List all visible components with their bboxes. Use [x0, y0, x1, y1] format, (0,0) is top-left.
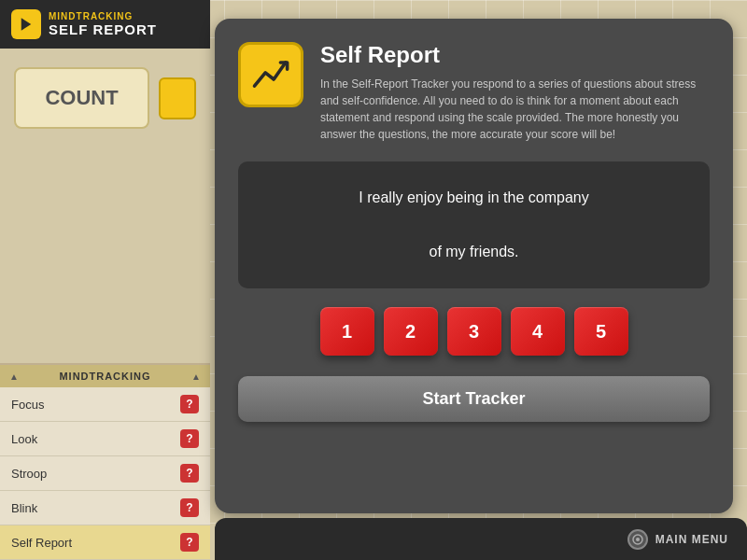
- rating-button-5[interactable]: 5: [574, 307, 628, 356]
- focus-label: Focus: [11, 398, 44, 412]
- report-icon: [238, 42, 303, 107]
- mindtracking-header: ▲ MINDTRACKING ▲: [0, 365, 210, 387]
- look-badge: ?: [180, 429, 199, 448]
- blink-badge: ?: [180, 498, 199, 517]
- main-menu-icon: [627, 529, 648, 550]
- main-panel: Self Report In the Self-Report Tracker y…: [215, 19, 733, 513]
- self-report-label: Self Report: [11, 536, 72, 550]
- blink-label: Blink: [11, 501, 37, 515]
- rating-button-4[interactable]: 4: [511, 307, 565, 356]
- main-menu-label[interactable]: MAIN MENU: [655, 533, 728, 546]
- mindtracking-title: MINDTRACKING: [59, 371, 150, 382]
- yellow-indicator: [159, 77, 196, 119]
- report-header: Self Report In the Self-Report Tracker y…: [238, 42, 710, 143]
- rating-button-3[interactable]: 3: [447, 307, 501, 356]
- sidebar-item-focus[interactable]: Focus ?: [0, 387, 210, 422]
- sidebar-item-stroop[interactable]: Stroop ?: [0, 456, 210, 491]
- rating-button-2[interactable]: 2: [384, 307, 438, 356]
- mindtracking-section: ▲ MINDTRACKING ▲ Focus ? Look ? Stroop ?…: [0, 363, 210, 560]
- svg-point-2: [636, 538, 640, 541]
- question-box: I really enjoy being in the companyof my…: [238, 161, 710, 288]
- collapse-icon-left[interactable]: ▲: [9, 371, 19, 382]
- svg-marker-0: [21, 18, 32, 31]
- section-label: SELF REPORT: [49, 21, 157, 37]
- sidebar: MINDTRACKING SELF REPORT COUNT ▲ MINDTRA…: [0, 0, 210, 560]
- sidebar-item-look[interactable]: Look ?: [0, 422, 210, 456]
- app-header: MINDTRACKING SELF REPORT: [0, 0, 210, 49]
- sidebar-item-blink[interactable]: Blink ?: [0, 491, 210, 525]
- report-description: In the Self-Report Tracker you respond t…: [320, 76, 710, 143]
- question-text: I really enjoy being in the companyof my…: [257, 185, 691, 265]
- focus-badge: ?: [180, 395, 199, 413]
- count-area: COUNT: [0, 49, 210, 147]
- report-title: Self Report: [320, 42, 710, 68]
- start-tracker-button[interactable]: Start Tracker: [238, 376, 710, 422]
- look-label: Look: [11, 432, 37, 446]
- stroop-label: Stroop: [11, 467, 47, 481]
- rating-buttons-group: 1 2 3 4 5: [238, 307, 710, 356]
- app-logo: [11, 9, 41, 39]
- sidebar-item-self-report[interactable]: Self Report ?: [0, 525, 210, 560]
- bottom-bar: MAIN MENU: [215, 518, 747, 560]
- self-report-badge: ?: [180, 533, 199, 552]
- app-title-group: MINDTRACKING SELF REPORT: [49, 11, 157, 37]
- report-title-area: Self Report In the Self-Report Tracker y…: [320, 42, 710, 143]
- rating-button-1[interactable]: 1: [320, 307, 374, 356]
- stroop-badge: ?: [180, 464, 199, 483]
- brand-label: MINDTRACKING: [49, 11, 157, 21]
- count-button[interactable]: COUNT: [14, 67, 149, 129]
- collapse-icon-right[interactable]: ▲: [191, 371, 201, 382]
